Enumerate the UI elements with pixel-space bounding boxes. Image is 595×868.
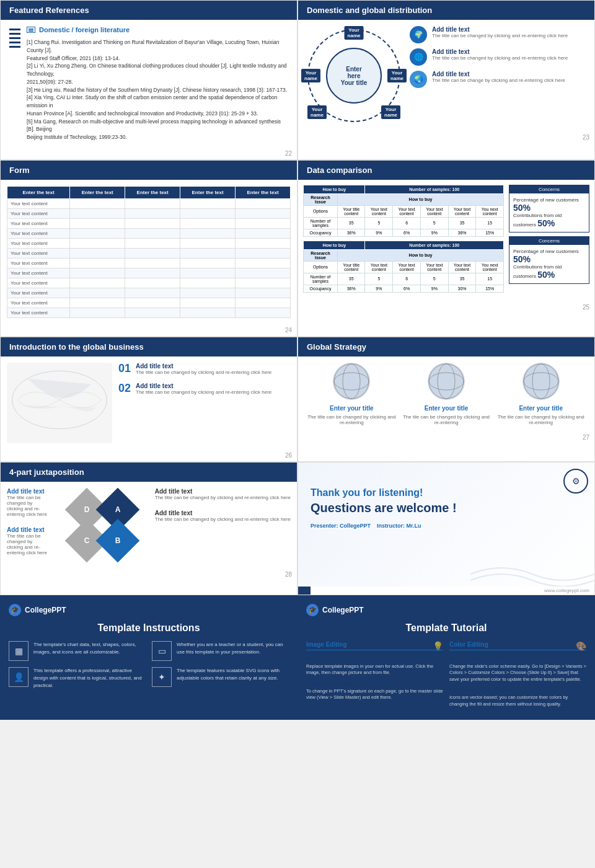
biz-layout: 01 Add title text The title can be chang… — [7, 363, 291, 443]
comp-layout: How to buy Number of samples: 100 Resear… — [303, 185, 589, 296]
instructions-title: Template Instructions — [9, 622, 289, 634]
featured-references-section: Featured References Domestic / foreign l… — [0, 0, 298, 160]
dist-center-text: Enter hereYour title — [341, 66, 368, 86]
tutorial-color-col: Color Editing 🎨 Color Scheme Customizati… — [449, 641, 586, 712]
strat-item-1: Enter your title The title can be change… — [304, 363, 399, 425]
comp-table-2: How to buy Number of samples: 100 Resear… — [303, 241, 504, 293]
comp-tables: How to buy Number of samples: 100 Resear… — [303, 185, 504, 296]
four-item-left-2: Add title text The title can be changed … — [7, 526, 50, 556]
dist-add-desc-main: The title can be changed by clicking and… — [432, 33, 568, 38]
ref-item-5b: Beijing Institute of Technology, 1999:23… — [27, 133, 288, 141]
biz-item-text-1: Add title text The title can be changed … — [136, 363, 271, 375]
comp-howtobuy-2: How to buy — [337, 249, 503, 261]
table-row: Your text content — [7, 268, 291, 278]
slide-num-26: 26 — [1, 450, 297, 461]
four-item-desc-l2: The title can be changed by clicking and… — [7, 533, 50, 556]
instructions-logo-icon: 🎓 — [9, 604, 21, 616]
comp-stat-line-1a: Percentage of new customers 50% — [513, 197, 585, 213]
dist-icon-1: 🌐 — [410, 48, 427, 66]
featured-refs-title: Featured References — [9, 6, 89, 15]
world-map-svg — [7, 363, 112, 437]
diamond-center: D A C B — [56, 488, 149, 562]
instructions-items: ▦ The template's chart data, text, shape… — [9, 641, 289, 689]
svg-text:C: C — [84, 536, 89, 545]
strat-item-2: Enter your title The tile can be changed… — [399, 363, 494, 425]
table-row: Your text content — [7, 208, 291, 218]
global-biz-section: Introduction to the global business 01 — [0, 337, 298, 462]
tutorial-image-title: Image Editing 💡 — [306, 641, 443, 650]
tutorial-color-title: Color Editing 🎨 — [449, 641, 586, 650]
slide-num-25: 25 — [298, 301, 594, 313]
global-strat-title: Global Strategy — [307, 342, 366, 352]
tutorial-logo-icon: 🎓 — [306, 604, 319, 616]
dist-title-1: Add title text — [432, 48, 568, 55]
global-biz-title: Introduction to the global business — [9, 342, 144, 352]
instructions-text-3: This template offers a professional, att… — [33, 667, 146, 689]
strat-title-1: Enter your title — [307, 405, 396, 412]
slide-num-22: 22 — [1, 148, 297, 159]
data-comp-title: Data comparison — [307, 166, 372, 175]
form-col-1: Enter the text — [7, 186, 70, 198]
four-item-desc-r2: The title can be changed by clicking and… — [155, 516, 291, 522]
form-col-2: Enter the text — [70, 186, 125, 198]
ref-item-1b: Featured Staff Officer, 2021 (18): 13-14… — [27, 55, 288, 63]
ref-item-2: [2] Li Yi, Xu Zhong Zheng. On Chinese tr… — [27, 62, 288, 78]
tutorial-scheme-desc: Change the slide's color scheme easily. … — [449, 663, 586, 683]
ty-main: ⚙ Thank you for listening! Questions are… — [298, 463, 594, 595]
dist-icon-2: 🌏 — [410, 71, 427, 88]
svg-icon: ✦ — [152, 667, 172, 687]
ty-heading1: Thank you for listening! — [311, 487, 582, 498]
comp-research-2: Research Issue — [304, 249, 338, 261]
thank-you-section: ☰ ⊞ ⚙ Thank you for listening! Questions… — [298, 462, 595, 595]
svg-text:D: D — [84, 505, 89, 514]
ty-content: ⚙ Thank you for listening! Questions are… — [298, 463, 594, 587]
instructions-item-4: ✦ The template features scalable SVG ico… — [152, 667, 289, 689]
ty-url: www.collegeppt.com — [298, 587, 594, 595]
four-part-title: 4-part juxtaposition — [9, 467, 84, 477]
table-row: Occupancy 36%9%6%9%36%15% — [304, 229, 504, 236]
dist-desc-2: The title can be change by clicking and … — [432, 78, 565, 83]
dist-info-item-1: 🌐 Add title text The title can be change… — [410, 48, 588, 66]
form-col-3: Enter the text — [125, 186, 180, 198]
biz-item-desc-1: The title can be changed by clicking and… — [136, 370, 271, 375]
svg-text:B: B — [115, 536, 120, 545]
form-table: Enter the text Enter the text Enter the … — [7, 186, 291, 318]
ty-presenter-label: Presenter: — [311, 523, 338, 529]
biz-item-title-1: Add title text — [136, 363, 271, 370]
table-row: Your text content — [7, 198, 291, 208]
domestic-dist-title: Domestic and global distribution — [307, 6, 432, 15]
tutorial-scheme-title: Color Scheme Customization — [449, 655, 586, 662]
slide-num-27: 27 — [298, 432, 594, 443]
tutorial-sig-title: Signature Update — [306, 680, 443, 686]
table-row: Your text content — [7, 238, 291, 248]
instructions-item-1: ▦ The template's chart data, text, shape… — [9, 641, 146, 661]
strat-desc-3: The tile can be changed by clicking and … — [496, 414, 585, 425]
strat-layout: Enter your title The title can be change… — [304, 363, 588, 425]
ty-presenter-info: Presenter: CollegePPT Instructor: Mr.Lu — [311, 523, 582, 529]
ref-item-3: [3] He Ling xiu. Read the history of the… — [27, 86, 288, 94]
form-header: Form — [1, 161, 297, 180]
four-part-header: 4-part juxtaposition — [1, 463, 297, 482]
comp-th-samples-2: Number of samples: 100 — [365, 241, 504, 249]
comp-stat-1: Concerns Percentage of new customers 50%… — [509, 185, 589, 232]
form-col-5: Enter the text — [236, 186, 291, 198]
four-item-right-1: Add title text The title can be changed … — [155, 488, 291, 500]
wave-decoration — [470, 549, 594, 587]
ref-item-4: [4] Xia Ying, CAI Li Inter. Study on the… — [27, 94, 288, 110]
ref-item-2b: 2021,50(09): 27-28. — [27, 78, 288, 86]
four-item-title-l2: Add title text — [7, 526, 50, 533]
four-item-title-r1: Add title text — [155, 488, 291, 495]
comp-options-2: Options — [304, 261, 338, 273]
four-item-desc-l1: The title can be changed by clicking and… — [7, 495, 50, 517]
tutorial-content: Image Editing 💡 Photo Update Replace tem… — [306, 641, 586, 712]
strat-desc-1: The title can be changed by clicking and… — [307, 414, 396, 425]
form-title: Form — [9, 166, 30, 175]
instructions-item-3: 👤 This template offers a professional, a… — [9, 667, 146, 689]
chart-icon: ▦ — [9, 641, 29, 661]
monitor-icon: ▭ — [152, 641, 172, 661]
dist-label-bottom-r: Yourname — [381, 105, 400, 119]
ty-instructor-name: Mr.Lu — [407, 523, 421, 529]
strat-globe-3 — [522, 363, 560, 400]
comp-stat-line-2b: Contributions from old customers 50% — [513, 264, 585, 280]
tutorial-image-col: Image Editing 💡 Photo Update Replace tem… — [306, 641, 443, 712]
